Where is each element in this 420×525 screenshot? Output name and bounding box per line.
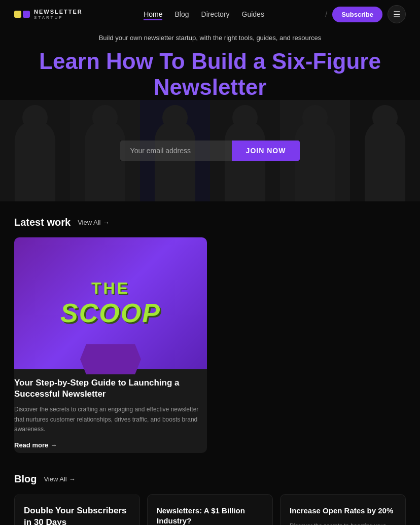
- scoop-the-text: THE: [60, 279, 161, 298]
- latest-work-view-all[interactable]: View All →: [78, 219, 109, 226]
- nav-link-guides[interactable]: Guides: [242, 10, 264, 18]
- nav-item-guides[interactable]: Guides: [242, 10, 264, 19]
- logo-sub: STARTUP: [34, 15, 83, 20]
- blog-card-2-title: Newsletters: A $1 Billion Industry?: [157, 506, 263, 525]
- scoop-logo: THE SCOOP: [60, 279, 161, 328]
- view-all-arrow-icon: →: [102, 219, 109, 226]
- featured-card-body: Your Step-by-Step Guide to Launching a S…: [14, 369, 207, 453]
- blog-card-2[interactable]: Newsletters: A $1 Billion Industry? Expl…: [147, 494, 273, 525]
- hero-images-row: Build your own newsletter startup, with …: [0, 100, 420, 201]
- blog-title: Blog: [14, 473, 37, 485]
- featured-card-title: Your Step-by-Step Guide to Launching a S…: [14, 377, 207, 400]
- blog-card-3[interactable]: Increase Open Rates by 20% Discover the …: [280, 494, 406, 525]
- read-more-arrow-icon: →: [50, 441, 57, 449]
- logo-text-block: NEWSLETTER STARTUP: [34, 9, 83, 19]
- read-more-label: Read more: [14, 441, 48, 449]
- blog-card-3-title: Increase Open Rates by 20%: [290, 506, 396, 516]
- menu-icon: ☰: [393, 10, 400, 19]
- hero-form: JOIN NOW: [120, 141, 300, 161]
- scoop-scoop-text: SCOOP: [60, 298, 161, 328]
- hero-title-line1: Learn How To Build a Six-Figure: [39, 49, 381, 74]
- blog-view-all[interactable]: View All →: [44, 475, 75, 483]
- read-more-link[interactable]: Read more →: [14, 441, 207, 449]
- logo-sq-yellow: [14, 11, 21, 18]
- hero-title: Learn How To Build a Six-Figure Newslett…: [10, 49, 410, 100]
- nav-link-home[interactable]: Home: [144, 10, 162, 20]
- latest-work-header: Latest work View All →: [14, 217, 406, 228]
- featured-card-desc: Discover the secrets to crafting an enga…: [14, 405, 207, 434]
- hero-section: Learn How To Build a Six-Figure Newslett…: [0, 28, 420, 201]
- blog-card-3-desc: Discover the secrets to boosting your ne…: [290, 521, 396, 525]
- nav-link-blog[interactable]: Blog: [174, 10, 189, 18]
- nav-item-directory[interactable]: Directory: [201, 10, 230, 19]
- join-now-button[interactable]: JOIN NOW: [232, 141, 300, 161]
- latest-work-title: Latest work: [14, 217, 71, 228]
- blog-card-1-title: Double Your Subscribers in 30 Days: [24, 505, 130, 525]
- nav-divider: /: [325, 10, 327, 18]
- nav-link-directory[interactable]: Directory: [201, 10, 230, 18]
- hero-title-line2: Newsletter: [154, 75, 267, 99]
- blog-cards-grid: Double Your Subscribers in 30 Days Uncov…: [14, 494, 406, 525]
- blog-view-all-label: View All: [44, 475, 66, 483]
- blog-section: Blog View All → Double Your Subscribers …: [0, 468, 420, 525]
- logo-sq-purple: [23, 11, 30, 18]
- scoop-hexagon: [80, 344, 141, 374]
- hero-subtitle: Build your own newsletter startup, with …: [99, 34, 322, 42]
- logo[interactable]: NEWSLETTER STARTUP: [14, 9, 83, 19]
- nav-item-home[interactable]: Home: [144, 10, 162, 19]
- nav-links: Home Blog Directory Guides: [144, 10, 264, 19]
- blog-header: Blog View All →: [14, 473, 406, 485]
- hero-form-overlay: Build your own newsletter startup, with …: [0, 100, 420, 201]
- latest-work-section: Latest work View All → THE SCOOP Your St…: [0, 201, 420, 468]
- blog-card-1[interactable]: Double Your Subscribers in 30 Days Uncov…: [14, 494, 140, 525]
- blog-view-all-arrow-icon: →: [69, 475, 76, 483]
- menu-button[interactable]: ☰: [388, 5, 406, 23]
- navbar: NEWSLETTER STARTUP Home Blog Directory G…: [0, 0, 420, 28]
- logo-name: NEWSLETTER: [34, 9, 83, 15]
- featured-card: THE SCOOP Your Step-by-Step Guide to Lau…: [14, 237, 207, 453]
- featured-card-image: THE SCOOP: [14, 237, 207, 369]
- nav-item-blog[interactable]: Blog: [174, 10, 189, 19]
- email-input[interactable]: [120, 141, 232, 161]
- nav-right: / Subscribe ☰: [325, 5, 406, 23]
- view-all-label: View All: [78, 219, 100, 226]
- subscribe-button[interactable]: Subscribe: [332, 7, 382, 22]
- logo-icon: [14, 11, 30, 18]
